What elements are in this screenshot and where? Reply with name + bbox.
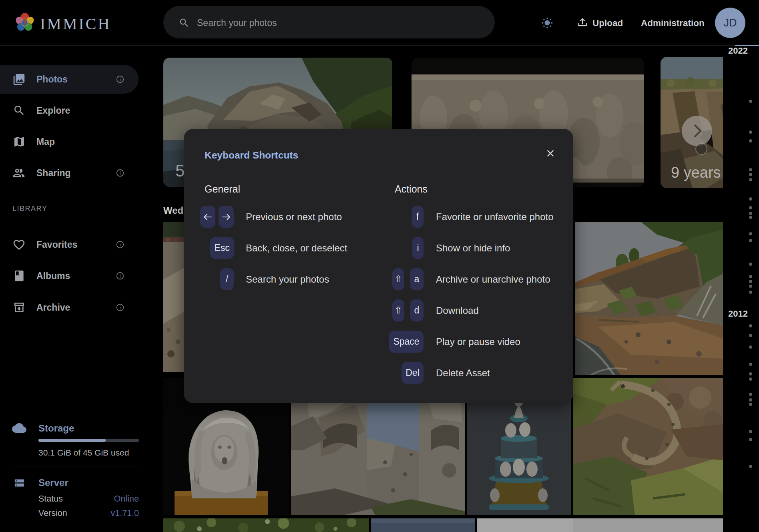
svg-text:9 years sin: 9 years sin <box>671 164 723 181</box>
